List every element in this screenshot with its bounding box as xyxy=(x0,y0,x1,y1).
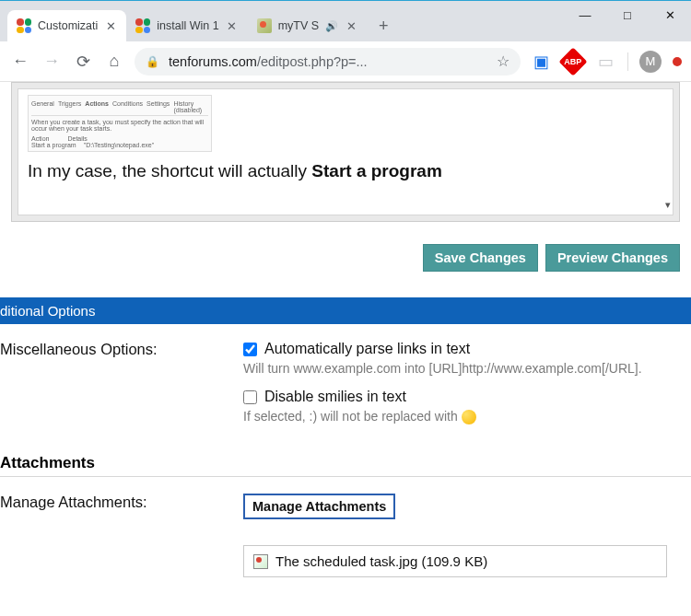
notification-dot-icon xyxy=(673,57,682,66)
minimize-button[interactable]: — xyxy=(564,1,606,29)
scrollbar-down-icon[interactable]: ▾ xyxy=(665,199,671,211)
maximize-button[interactable]: □ xyxy=(606,1,649,29)
back-button[interactable]: ← xyxy=(9,51,31,73)
browser-toolbar: ← → ⟳ ⌂ 🔒 tenforums.com/editpost.php?p=.… xyxy=(0,41,691,82)
editor-textarea[interactable]: General Triggers Actions Conditions Sett… xyxy=(18,88,673,215)
disable-smilies-desc: If selected, :) will not be replaced wit… xyxy=(243,409,691,424)
manage-attachments-button[interactable]: Manage Attachments xyxy=(243,494,395,519)
editor-body-text: In my case, the shortcut will actually S… xyxy=(28,161,663,181)
tab-title: install Win 1 xyxy=(157,19,218,32)
image-file-icon xyxy=(253,554,268,569)
audio-icon[interactable]: 🔊 xyxy=(325,20,338,32)
manage-attachments-label: Manage Attachments: xyxy=(0,494,243,577)
auto-parse-links-desc: Will turn www.example.com into [URL]http… xyxy=(243,361,691,376)
disable-smilies-checkbox[interactable] xyxy=(243,390,257,404)
tab-title: myTV S xyxy=(278,19,319,32)
new-tab-button[interactable]: + xyxy=(370,13,396,39)
additional-options-header: ditional Options xyxy=(0,297,691,324)
lock-icon[interactable]: 🔒 xyxy=(146,55,159,68)
address-bar[interactable]: 🔒 tenforums.com/editpost.php?p=... ☆ xyxy=(135,48,521,76)
favicon-tenforums xyxy=(135,18,150,33)
close-window-button[interactable]: ✕ xyxy=(649,1,691,29)
reload-button[interactable]: ⟳ xyxy=(72,51,94,73)
close-icon[interactable]: ✕ xyxy=(104,19,117,32)
toolbar-separator xyxy=(627,52,628,71)
save-changes-button[interactable]: Save Changes xyxy=(423,244,538,272)
url-text: tenforums.com/editpost.php?p=... xyxy=(169,54,487,69)
auto-parse-links-checkbox[interactable] xyxy=(243,343,257,356)
tab-mytv[interactable]: myTV S 🔊 ✕ xyxy=(248,10,367,41)
misc-options-label: Miscellaneous Options: xyxy=(0,341,243,437)
attachment-item[interactable]: The scheduled task.jpg (109.9 KB) xyxy=(243,545,667,577)
disable-smilies-label: Disable smilies in text xyxy=(264,389,406,405)
attachment-filename: The scheduled task.jpg (109.9 KB) xyxy=(275,553,487,569)
extension-icon[interactable]: ▭ xyxy=(594,51,616,73)
page-content: General Triggers Actions Conditions Sett… xyxy=(0,82,691,616)
task-scheduler-screenshot: General Triggers Actions Conditions Sett… xyxy=(28,95,212,152)
bookmark-star-icon[interactable]: ☆ xyxy=(497,52,509,70)
auto-parse-links-label: Automatically parse links in text xyxy=(264,341,470,357)
tab-install-win[interactable]: install Win 1 ✕ xyxy=(126,10,247,41)
screenshot-extension-icon[interactable]: ▣ xyxy=(530,51,552,73)
browser-tab-strip: Customizati ✕ install Win 1 ✕ myTV S 🔊 ✕… xyxy=(0,1,691,41)
profile-avatar[interactable]: M xyxy=(639,51,662,73)
adblock-icon[interactable]: ABP xyxy=(558,47,587,76)
close-icon[interactable]: ✕ xyxy=(226,19,239,32)
close-icon[interactable]: ✕ xyxy=(345,19,357,32)
action-buttons-row: Save Changes Preview Changes xyxy=(0,222,691,297)
tab-title: Customizati xyxy=(38,19,98,32)
smiley-icon xyxy=(462,410,476,424)
home-button[interactable]: ⌂ xyxy=(103,51,125,73)
attachments-header: Attachments xyxy=(0,448,691,477)
forward-button: → xyxy=(41,51,63,73)
favicon-tenforums xyxy=(17,18,31,33)
favicon-mytv xyxy=(257,18,272,33)
window-controls: — □ ✕ xyxy=(564,1,691,29)
editor-frame: General Triggers Actions Conditions Sett… xyxy=(11,82,680,222)
tab-customization[interactable]: Customizati ✕ xyxy=(7,10,126,41)
preview-changes-button[interactable]: Preview Changes xyxy=(545,244,680,272)
